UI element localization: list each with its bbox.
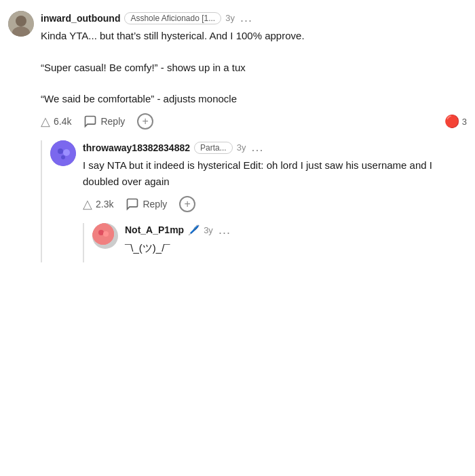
- upvote-icon-1: △: [41, 114, 50, 129]
- reply-label-2: Reply: [142, 199, 167, 210]
- add-button-1[interactable]: +: [137, 113, 153, 130]
- username-throwaway[interactable]: throwaway18382834882: [83, 142, 190, 153]
- comment-3-text: ¯\_(ツ)_/¯: [125, 240, 467, 256]
- svg-point-5: [63, 149, 70, 156]
- comment-2: throwaway18382834882 Parta... 3y ... I s…: [50, 140, 467, 215]
- comment-3-body: Not_A_P1mp 🖊️ 3y ... ¯\_(ツ)_/¯: [125, 223, 467, 262]
- username-inward[interactable]: inward_outbound: [41, 13, 120, 24]
- svg-point-8: [98, 230, 104, 235]
- more-button-2[interactable]: ...: [251, 140, 263, 155]
- upvote-count-2: 2.3k: [96, 199, 113, 210]
- avatar-image-main: [8, 11, 34, 37]
- more-button-3[interactable]: ...: [218, 223, 231, 237]
- svg-point-9: [103, 231, 109, 237]
- more-button-1[interactable]: ...: [240, 11, 252, 25]
- comment-section: inward_outbound Asshole Aficionado [1...…: [0, 0, 475, 271]
- nested-level-1: throwaway18382834882 Parta... 3y ... I s…: [41, 140, 467, 262]
- avatar-image-blue: [50, 140, 76, 166]
- nested-level-2: Not_A_P1mp 🖊️ 3y ... ¯\_(ツ)_/¯: [83, 223, 467, 262]
- reply-icon-1: [83, 115, 97, 128]
- upvote-button-1[interactable]: △ 6.4k: [41, 114, 71, 129]
- svg-point-3: [50, 140, 76, 166]
- comment-1-body: inward_outbound Asshole Aficionado [1...…: [41, 11, 467, 132]
- reply-icon-2: [126, 197, 139, 211]
- comment-1-header: inward_outbound Asshole Aficionado [1...…: [41, 11, 467, 25]
- comment-1-actions: △ 6.4k Reply + 🔴 3: [41, 113, 467, 130]
- timestamp-2: 3y: [237, 142, 246, 153]
- comment-1: inward_outbound Asshole Aficionado [1...…: [8, 11, 467, 132]
- comment-3-header: Not_A_P1mp 🖊️ 3y ...: [125, 223, 467, 237]
- comment-1-text: Kinda YTA... but that’s still hysterical…: [41, 28, 467, 106]
- svg-point-6: [61, 155, 65, 159]
- timestamp-3: 3y: [204, 225, 213, 235]
- award-icon-1: 🔴: [444, 114, 459, 129]
- upvote-icon-2: △: [83, 197, 92, 212]
- award-badge-1: 🔴 3: [444, 114, 467, 129]
- avatar-notapimp: [92, 223, 118, 249]
- pen-icon: 🖊️: [188, 224, 200, 235]
- reply-button-2[interactable]: Reply: [126, 197, 167, 211]
- flair-inward: Asshole Aficionado [1...: [124, 12, 221, 24]
- comment-2-actions: △ 2.3k Reply +: [83, 196, 467, 212]
- svg-point-1: [16, 16, 26, 26]
- avatar-inward: [8, 11, 34, 37]
- comment-2-body: throwaway18382834882 Parta... 3y ... I s…: [83, 140, 467, 215]
- award-count-1: 3: [462, 117, 467, 127]
- timestamp-1: 3y: [225, 13, 235, 23]
- comment-2-header: throwaway18382834882 Parta... 3y ...: [83, 140, 467, 155]
- username-notapimp[interactable]: Not_A_P1mp: [125, 224, 184, 235]
- reply-label-1: Reply: [100, 116, 125, 127]
- reply-button-1[interactable]: Reply: [83, 115, 125, 128]
- comment-3: Not_A_P1mp 🖊️ 3y ... ¯\_(ツ)_/¯: [92, 223, 467, 262]
- avatar-throwaway: [50, 140, 76, 166]
- flair-throwaway: Parta...: [194, 142, 233, 154]
- upvote-button-2[interactable]: △ 2.3k: [83, 197, 113, 212]
- add-button-2[interactable]: +: [179, 196, 195, 212]
- upvote-count-1: 6.4k: [54, 116, 71, 127]
- svg-point-4: [58, 148, 63, 154]
- comment-2-text: I say NTA but it indeed is hysterical Ed…: [83, 157, 467, 189]
- avatar-image-pink: [92, 223, 114, 245]
